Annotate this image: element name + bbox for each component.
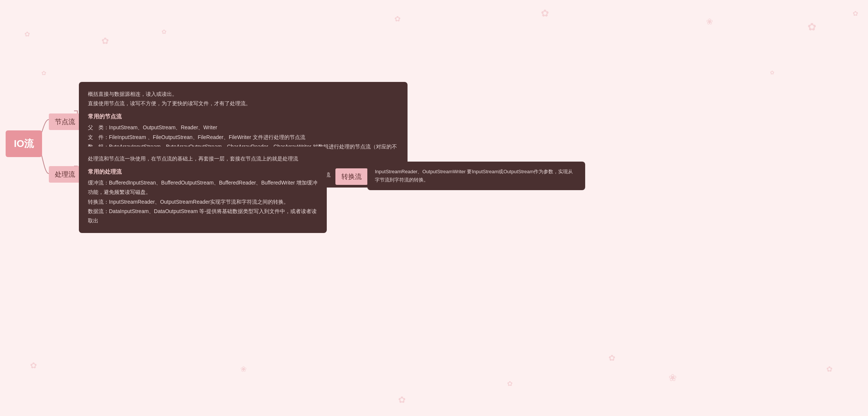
node-intro-text: 概括直接与数据源相连，读入或读出。直接使用节点流，读写不方便，为了更快的读写文件… <box>88 89 399 108</box>
branch-node-node-stream: 节点流 <box>49 113 81 130</box>
process-convert: 转换流：InputStreamReader、OutputStreamReader… <box>88 197 318 207</box>
conversion-box: InputStreamReader、OutputStreamWriter 要In… <box>367 162 585 190</box>
branch-node-process-stream: 处理流 <box>49 166 81 183</box>
process-data: 数据流：DataInputStream、DataOutputStream 等-提… <box>88 207 318 225</box>
node-section-title: 常用的节点流 <box>88 111 399 121</box>
conversion-text: InputStreamReader、OutputStreamWriter 要In… <box>375 168 578 184</box>
process-stream-box: 处理流和节点流一块使用，在节点流的基础上，再套接一层，套接在节点流上的就是处理流… <box>79 147 327 233</box>
conversion-node: 转换流 <box>335 168 368 185</box>
node-parent-class: 父 类：InputStream、OutputStream、Reader、Writ… <box>88 123 399 132</box>
central-node: IO流 <box>6 130 42 157</box>
process-section-title: 常用的处理流 <box>88 166 318 177</box>
process-buffer: 缓冲流：BufferedInputStrean、BufferedOutputSt… <box>88 178 318 197</box>
process-section: 常用的处理流 缓冲流：BufferedInputStrean、BufferedO… <box>88 166 318 225</box>
central-node-label: IO流 <box>14 138 34 149</box>
mindmap-container: IO流 节点流 处理流 概括直接与数据源相连，读入或读出。直接使用节点流，读写不… <box>0 0 868 416</box>
process-intro-text: 处理流和节点流一块使用，在节点流的基础上，再套接一层，套接在节点流上的就是处理流 <box>88 154 318 163</box>
node-file: 文 件：FileInputStream 、FileOutputStrean、Fi… <box>88 133 399 142</box>
